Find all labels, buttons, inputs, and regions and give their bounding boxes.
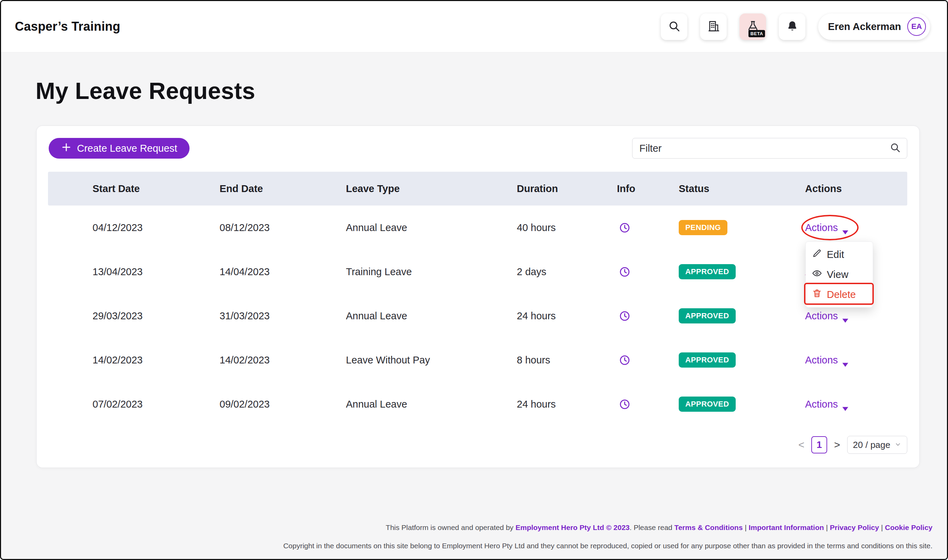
footer-separator: |: [743, 523, 749, 531]
header-duration: Duration: [517, 183, 617, 194]
cell-start-date: 04/12/2023: [48, 222, 219, 234]
edit-pencil-icon: [812, 248, 822, 261]
cell-leave-type: Training Leave: [346, 266, 517, 278]
search-icon: [668, 20, 681, 34]
header-leave-type: Leave Type: [346, 183, 517, 194]
cell-leave-type: Annual Leave: [346, 310, 517, 322]
next-page-button[interactable]: >: [834, 439, 840, 451]
footer-link-cookie-policy[interactable]: Cookie Policy: [885, 523, 933, 531]
footer: This Platform is owned and operated by E…: [283, 522, 933, 551]
cell-start-date: 07/02/2023: [48, 398, 219, 410]
info-clock-icon[interactable]: [619, 222, 630, 234]
page-title: My Leave Requests: [36, 77, 947, 104]
footer-separator: |: [824, 523, 830, 531]
cell-duration: 40 hours: [517, 222, 617, 234]
info-clock-icon[interactable]: [619, 354, 630, 366]
footer-link-privacy-policy[interactable]: Privacy Policy: [830, 523, 879, 531]
table-row: 29/03/2023 31/03/2023 Annual Leave 24 ho…: [48, 294, 907, 338]
menu-item-delete[interactable]: Delete: [806, 285, 873, 305]
leave-requests-card: Create Leave Request Start Date End Date…: [36, 126, 920, 468]
cell-end-date: 14/04/2023: [219, 266, 346, 278]
actions-dropdown-menu: Edit View Delete: [805, 242, 873, 308]
status-badge: APPROVED: [679, 264, 736, 279]
notifications-button[interactable]: [779, 14, 805, 40]
status-badge: PENDING: [679, 220, 727, 235]
beta-features-button[interactable]: BETA: [740, 14, 766, 40]
menu-item-delete-label: Delete: [827, 289, 856, 300]
table-row: 14/02/2023 14/02/2023 Leave Without Pay …: [48, 338, 907, 382]
beta-badge: BETA: [749, 30, 765, 37]
status-badge: APPROVED: [679, 308, 736, 323]
delete-trash-icon: [812, 288, 822, 301]
search-button[interactable]: [661, 14, 687, 40]
create-leave-request-button[interactable]: Create Leave Request: [49, 138, 190, 158]
card-toolbar: Create Leave Request: [37, 126, 919, 158]
header-end-date: End Date: [219, 183, 346, 194]
row-actions-button[interactable]: Actions: [805, 398, 848, 410]
menu-item-edit[interactable]: Edit: [806, 245, 873, 265]
cell-duration: 2 days: [517, 266, 617, 278]
header-status: Status: [679, 183, 805, 194]
user-avatar: EA: [907, 17, 926, 36]
table-header-row: Start Date End Date Leave Type Duration …: [48, 172, 907, 206]
footer-copyright-line: Copyright in the documents on this site …: [283, 541, 933, 551]
cell-start-date: 29/03/2023: [48, 310, 219, 322]
chevron-down-icon: [894, 440, 902, 450]
cell-duration: 24 hours: [517, 398, 617, 410]
cell-duration: 24 hours: [517, 310, 617, 322]
cell-duration: 8 hours: [517, 354, 617, 366]
create-leave-request-label: Create Leave Request: [77, 143, 177, 154]
page-size-select[interactable]: 20 / page: [847, 436, 907, 454]
row-actions-button[interactable]: Actions: [805, 310, 848, 322]
row-actions-button[interactable]: Actions: [805, 222, 848, 234]
table-row: 13/04/2023 14/04/2023 Training Leave 2 d…: [48, 250, 907, 294]
bell-icon: [786, 20, 798, 34]
pagination: < 1 > 20 / page: [37, 436, 907, 454]
header-actions: Actions: [805, 183, 907, 194]
menu-item-view[interactable]: View: [806, 265, 873, 285]
filter-box: [632, 138, 907, 158]
chevron-down-icon: [842, 402, 848, 406]
status-badge: APPROVED: [679, 352, 736, 368]
building-icon: [707, 20, 720, 34]
header-start-date: Start Date: [48, 183, 219, 194]
current-page-button[interactable]: 1: [811, 436, 827, 454]
info-clock-icon[interactable]: [619, 398, 630, 410]
cell-end-date: 31/03/2023: [219, 310, 346, 322]
info-clock-icon[interactable]: [619, 266, 630, 278]
cell-leave-type: Annual Leave: [346, 222, 517, 234]
cell-end-date: 14/02/2023: [219, 354, 346, 366]
page: Casper’s Training BETA Eren Ackerman EA …: [0, 0, 948, 560]
table-row: 07/02/2023 09/02/2023 Annual Leave 24 ho…: [48, 382, 907, 426]
prev-page-button[interactable]: <: [798, 439, 805, 451]
menu-item-view-label: View: [827, 269, 848, 280]
cell-leave-type: Annual Leave: [346, 398, 517, 410]
cell-start-date: 13/04/2023: [48, 266, 219, 278]
organisation-button[interactable]: [700, 14, 727, 40]
topbar: Casper’s Training BETA Eren Ackerman EA: [1, 1, 947, 52]
status-badge: APPROVED: [679, 397, 736, 412]
table-row: 04/12/2023 08/12/2023 Annual Leave 40 ho…: [48, 206, 907, 250]
view-eye-icon: [812, 268, 822, 281]
footer-link-important-information[interactable]: Important Information: [749, 523, 824, 531]
footer-link-employment-hero[interactable]: Employment Hero Pty Ltd © 2023: [516, 523, 630, 531]
chevron-down-icon: [842, 314, 848, 318]
cell-end-date: 09/02/2023: [219, 398, 346, 410]
cell-start-date: 14/02/2023: [48, 354, 219, 366]
topbar-actions: BETA Eren Ackerman EA: [661, 14, 930, 40]
info-clock-icon[interactable]: [619, 310, 630, 322]
menu-item-edit-label: Edit: [827, 249, 844, 260]
cell-leave-type: Leave Without Pay: [346, 354, 517, 366]
footer-link-terms-conditions[interactable]: Terms & Conditions: [674, 523, 743, 531]
chevron-down-icon: [842, 358, 848, 362]
brand-title: Casper’s Training: [15, 19, 120, 34]
footer-text: . Please read: [630, 523, 675, 531]
filter-search-icon[interactable]: [890, 142, 901, 154]
page-size-value: 20 / page: [853, 440, 890, 450]
chevron-down-icon: [842, 226, 848, 230]
footer-legal-line: This Platform is owned and operated by E…: [283, 522, 933, 533]
filter-input[interactable]: [633, 143, 890, 154]
row-actions-button[interactable]: Actions: [805, 354, 848, 366]
footer-separator: |: [879, 523, 885, 531]
user-menu-button[interactable]: Eren Ackerman EA: [818, 14, 930, 40]
